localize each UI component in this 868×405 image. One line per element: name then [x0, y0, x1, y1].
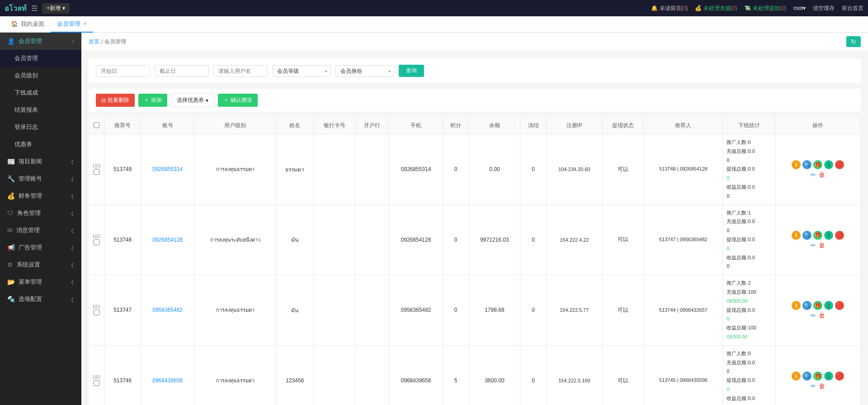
- row-ref-no: 513749: [104, 134, 141, 205]
- ban-icon[interactable]: 🚫: [835, 160, 844, 169]
- view-icon[interactable]: ℹ: [792, 301, 801, 310]
- sidebar-item-role[interactable]: 🛡 角色管理 ❮: [0, 205, 81, 222]
- gift-icon[interactable]: 🎁: [813, 301, 822, 310]
- identity-select[interactable]: 会员身份: [335, 65, 394, 77]
- money-icon[interactable]: 💲: [824, 160, 833, 169]
- promote-count: 推广人数:0: [726, 349, 771, 358]
- delete-icon[interactable]: 🗑: [819, 242, 825, 249]
- ban-icon[interactable]: 🚫: [835, 231, 844, 240]
- search-detail-icon[interactable]: 🔍: [802, 160, 811, 169]
- sidebar-item-member-manage[interactable]: 会员管理: [0, 50, 81, 67]
- batch-delete-button[interactable]: ⊟ 批量删除: [96, 94, 135, 107]
- search-detail-icon[interactable]: 🔍: [802, 372, 811, 381]
- sidebar-item-finance[interactable]: 💰 财务管理 ❮: [0, 187, 81, 205]
- add-button[interactable]: ＋ 添加: [138, 94, 167, 107]
- sidebar-item-project-news[interactable]: 📰 项目新闻 ❮: [0, 153, 81, 170]
- delete-icon[interactable]: 🗑: [819, 382, 825, 390]
- row-ops: ℹ 🔍 🎁 💲 🚫 ✏ 🗑: [775, 345, 860, 405]
- collapse-arrow-icon5: ❮: [71, 228, 74, 233]
- row-checkbox[interactable]: [94, 169, 99, 175]
- sidebar-item-menu[interactable]: 📂 菜单管理 ❮: [0, 273, 81, 291]
- row-user-level: การลงทุนระดับหนึ่งดาว: [194, 205, 276, 275]
- row-stats: 推广人数 2 充值总额:100 09300.00 提现总额:0.0 0 收益总额…: [723, 275, 775, 346]
- add-new-button[interactable]: +新增 ▾: [42, 3, 70, 14]
- clear-cache-button[interactable]: 清空缓存: [813, 5, 835, 12]
- breadcrumb-home[interactable]: 首页: [89, 38, 99, 46]
- confirm-send-button[interactable]: ＋ 确认赠送: [218, 94, 258, 107]
- unread-message-alert[interactable]: 🔔 未读留言(0): [651, 5, 688, 12]
- edit-icon[interactable]: ✏: [811, 242, 816, 249]
- gift-icon[interactable]: 🎁: [813, 231, 822, 240]
- money-icon[interactable]: 💲: [824, 231, 833, 240]
- edit-icon[interactable]: ✏: [811, 171, 816, 178]
- user-menu[interactable]: root▾: [793, 5, 806, 11]
- withdraw-val: 0: [726, 314, 771, 324]
- collapse-arrow-icon3: ❮: [71, 194, 74, 199]
- row-checkbox[interactable]: [94, 310, 99, 315]
- withdraw-val: 0: [726, 385, 771, 394]
- gift-icon[interactable]: 🎁: [813, 372, 822, 381]
- recharge-val: 09300.00: [726, 297, 771, 306]
- row-referrer: 513744 | 0968432657: [644, 275, 723, 346]
- sidebar-item-message[interactable]: ✉ 消息管理 ❮: [0, 222, 81, 239]
- search-detail-icon[interactable]: 🔍: [802, 301, 811, 310]
- row-account[interactable]: 0926855314: [141, 134, 194, 205]
- level-select[interactable]: 会员等级: [272, 65, 331, 77]
- tab-member-management[interactable]: 会员管理 ✕: [51, 16, 93, 33]
- search-button[interactable]: 查询: [399, 65, 424, 77]
- end-date-input[interactable]: [155, 65, 209, 77]
- select-all-checkbox[interactable]: [94, 122, 99, 128]
- row-bank-name: [355, 134, 389, 205]
- row-account[interactable]: 0926854128: [141, 205, 194, 275]
- view-icon[interactable]: ℹ: [792, 372, 801, 381]
- search-detail-icon[interactable]: 🔍: [802, 231, 811, 240]
- sidebar-item-report[interactable]: 结算报表: [0, 101, 81, 119]
- delete-icon[interactable]: 🗑: [819, 312, 825, 319]
- sidebar-item-settings[interactable]: ⚙ 系统设置 ❮: [0, 256, 81, 273]
- row-points: 5: [443, 345, 469, 405]
- sidebar-item-member-level[interactable]: 会员级别: [0, 67, 81, 84]
- frontend-home-button[interactable]: 前台首页: [842, 5, 863, 12]
- sidebar-item-ads[interactable]: 📢 广告管理 ❮: [0, 239, 81, 256]
- coupon-button[interactable]: 选择优惠券 ▾: [171, 93, 214, 107]
- refresh-button[interactable]: ↻: [846, 36, 861, 47]
- edit-icon[interactable]: ✏: [811, 382, 816, 390]
- sidebar-item-login-log[interactable]: 登录日志: [0, 119, 81, 136]
- row-bank-card: [314, 205, 355, 275]
- gift-icon[interactable]: 🎁: [813, 160, 822, 169]
- money-icon[interactable]: 💲: [824, 372, 833, 381]
- sidebar-item-downline[interactable]: 下线成成: [0, 84, 81, 101]
- ban-icon[interactable]: 🚫: [835, 301, 844, 310]
- delete-icon[interactable]: 🗑: [819, 171, 825, 178]
- money-icon[interactable]: 💲: [824, 301, 833, 310]
- income-val: 0: [726, 403, 771, 405]
- sidebar-item-member-manage-group[interactable]: 👤 会员管理 ▾: [0, 33, 81, 50]
- row-checkbox[interactable]: [94, 239, 99, 245]
- row-balance: 1798.68: [469, 275, 520, 346]
- view-icon[interactable]: ℹ: [792, 231, 801, 240]
- menu-toggle-icon[interactable]: ☰: [31, 4, 38, 13]
- view-icon[interactable]: ℹ: [792, 160, 801, 169]
- sidebar-item-coupon[interactable]: 优惠券: [0, 136, 81, 153]
- table-row: 183 513749 0926855314 การลงทุนธรรมดา ธรร…: [89, 134, 861, 205]
- username-input[interactable]: [213, 65, 268, 77]
- row-ref-no: 513748: [104, 205, 141, 275]
- row-checkbox-cell: 182: [89, 205, 104, 275]
- row-account[interactable]: 0968439658: [141, 345, 194, 405]
- tab-close-icon[interactable]: ✕: [83, 21, 87, 26]
- top-navigation: อโวลท์ ☰ +新增 ▾ 🔔 未读留言(0) 💰 未处理充值(0) 💸 未处…: [0, 0, 868, 16]
- ban-icon[interactable]: 🚫: [835, 372, 844, 381]
- withdraw-alert[interactable]: 💸 未处理提款(0): [744, 5, 786, 12]
- recharge-alert[interactable]: 💰 未处理充值(0): [695, 5, 737, 12]
- home-icon: 🏠: [11, 20, 18, 27]
- row-account[interactable]: 0956365482: [141, 275, 194, 346]
- sidebar-item-manage-account[interactable]: 🔧 管理账号 ❮: [0, 170, 81, 187]
- row-checkbox[interactable]: [94, 380, 99, 386]
- col-ref-no: 推荐号: [104, 117, 141, 134]
- start-date-input[interactable]: [96, 65, 150, 77]
- edit-icon[interactable]: ✏: [811, 312, 816, 319]
- table-row: 181 513747 0956365482 การลงทุนธรรมดา มัน…: [89, 275, 861, 346]
- recharge-total: 充值总额:0.0: [726, 147, 771, 156]
- tab-dashboard[interactable]: 🏠 我的桌面: [5, 16, 51, 33]
- sidebar-item-options[interactable]: 🔩 选项配置 ❮: [0, 291, 81, 308]
